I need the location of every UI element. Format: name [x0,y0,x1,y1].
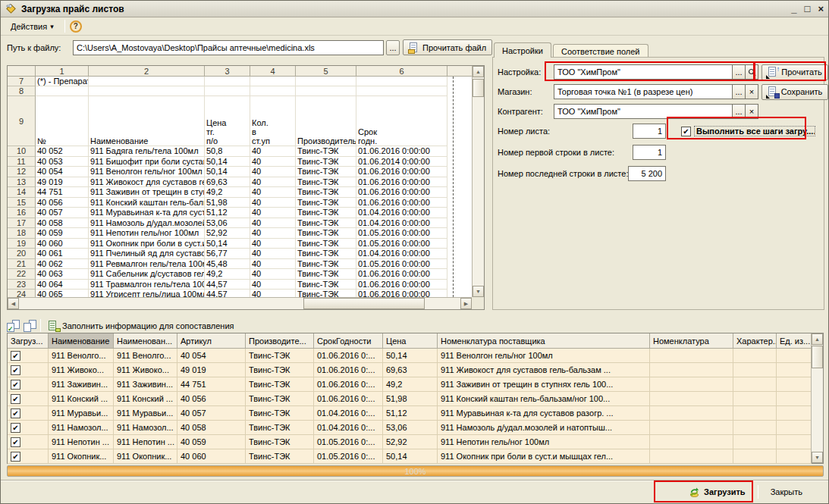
sheet-column-header[interactable]: 5 [296,66,356,77]
mapping-column-header[interactable]: Наименован... [114,333,177,349]
mapping-cell[interactable]: 911 Непотин гель/ног 100мл [438,435,650,449]
mapping-column-header[interactable]: Наименование [49,333,114,349]
sheet-cell[interactable]: 50,14 [205,167,250,177]
sheet-cell[interactable]: 56,77 [205,249,250,259]
sheet-cell[interactable]: № [36,96,89,146]
mapping-cell[interactable]: Твинс-ТЭК [246,435,314,449]
mapping-cell[interactable]: 911 Намозол... [49,421,114,435]
tab-field-mapping[interactable]: Соответствие полей [553,44,648,58]
sheet-cell[interactable] [356,77,447,86]
sheet-column-header[interactable]: 4 [250,66,296,77]
sheet-cell[interactable]: 40 [250,218,296,229]
mapping-cell[interactable]: 40 056 [177,392,246,406]
sheet-cell[interactable] [356,86,447,96]
shop-ellipsis-button[interactable]: ... [733,84,746,99]
sheet-cell[interactable]: 911 Сабельник д/суставов гель [89,269,205,280]
sheet-cell[interactable]: 40 [250,187,296,198]
help-icon[interactable]: ? [70,20,82,33]
run-all-steps-label[interactable]: Выполнить все шаги загру.... [694,126,815,136]
mapping-cell[interactable]: 911 Окопник... [114,449,177,464]
shop-clear-button[interactable]: × [746,84,758,99]
mapping-cell[interactable] [777,349,812,363]
sheet-cell[interactable]: 01.06.2016 0:00:00 [356,198,447,208]
sheet-cell[interactable]: 45,48 [205,259,250,270]
sheet-cell[interactable]: 44 751 [36,187,89,198]
sheet-cell[interactable] [36,86,89,96]
mapping-cell[interactable]: 911 Окопник при боли в суст.и мышцах гел… [438,449,650,464]
mapping-vscroll-thumb[interactable] [812,346,823,368]
sheet-cell[interactable]: Твинс-ТЭК [296,208,356,218]
sheet-cell[interactable]: 40 056 [36,198,89,208]
sheet-cell[interactable]: Твинс-ТЭК [296,167,356,177]
mapping-cell[interactable] [777,435,812,449]
contragent-input[interactable]: ТОО "ХимПром" [554,104,733,119]
mapping-cell[interactable]: Твинс-ТЭК [246,349,314,363]
mapping-cell[interactable]: Твинс-ТЭК [246,406,314,421]
sheet-cell[interactable]: Твинс-ТЭК [296,249,356,259]
run-all-steps-checkbox[interactable]: ✔ [681,127,691,136]
sheet-cell[interactable]: 40 058 [36,218,89,229]
sheet-row-number[interactable]: 13 [8,177,36,188]
check-all-icon[interactable]: ✓ [7,320,20,332]
sheet-row-number[interactable]: 24 [8,290,36,297]
sheet-cell[interactable]: 911 Непотин гель/ног 100мл [89,228,205,239]
mapping-cell[interactable]: 01.04.2016 0:... [314,421,383,435]
mapping-cell[interactable] [733,363,777,377]
sheet-row-number[interactable]: 15 [8,198,36,208]
sheet-cell[interactable]: 51,12 [205,208,250,218]
sheet-row-number[interactable]: 23 [8,280,36,290]
mapping-scroll-up-icon[interactable]: ▲ [812,333,823,345]
sheet-cell[interactable]: 51,98 [205,198,250,208]
load-checkbox[interactable]: ✔ [11,380,20,390]
mapping-column-header[interactable]: Ед. из... [777,333,812,349]
mapping-cell[interactable]: 44 751 [177,377,246,392]
mapping-cell[interactable]: 01.04.2016 0:... [314,406,383,421]
sheet-row-number[interactable]: 8 [8,86,36,96]
sheet-cell[interactable]: 44,57 [205,280,250,290]
sheet-column-header[interactable]: 6 [356,66,447,77]
mapping-cell[interactable]: 911 Конский каштан гель-бальзам/ног 100.… [438,392,650,406]
sheet-cell[interactable]: 50,14 [205,239,250,249]
sheet-cell[interactable]: 40 061 [36,249,89,259]
mapping-cell[interactable]: 911 Конский ... [49,392,114,406]
mapping-cell[interactable] [650,377,733,392]
sheet-cell[interactable]: Производитель [296,96,356,146]
sheet-cell[interactable]: 911 Муравьиная к-та для суставов [89,208,205,218]
mapping-row[interactable]: ✔911 Намозол...911 Намозол...40 058Твинс… [8,421,823,435]
uncheck-all-icon[interactable] [24,320,36,332]
sheet-cell[interactable]: Цена тг. п/о [205,96,250,146]
sheet-cell[interactable]: 40 [250,167,296,177]
mapping-cell[interactable] [650,435,733,449]
sheet-cell[interactable]: 40 052 [36,146,89,157]
mapping-row[interactable]: ✔911 Муравьи...911 Муравьи...40 057Твинс… [8,406,823,421]
mapping-cell[interactable]: 01.05.2016 0:... [314,449,383,464]
mapping-vertical-scrollbar[interactable]: ▲ ▼ [811,333,823,463]
sheet-cell[interactable]: 40 053 [36,157,89,167]
sheet-cell[interactable]: Твинс-ТЭК [296,290,356,297]
load-checkbox[interactable]: ✔ [11,351,20,361]
sheet-cell[interactable]: 40 [250,177,296,188]
mapping-cell[interactable]: 01.06.2016 0:... [314,363,383,377]
mapping-cell[interactable] [733,449,777,464]
sheet-cell[interactable]: 40 [250,198,296,208]
mapping-row[interactable]: ✔911 Непотин ...911 Непотин ...40 059Тви… [8,435,823,449]
sheet-cell[interactable]: Твинс-ТЭК [296,218,356,229]
sheet-cell[interactable]: 911 Конский каштан гель-бальзам [89,198,205,208]
sheet-cell[interactable]: 40 059 [36,228,89,239]
mapping-cell[interactable] [777,392,812,406]
sheet-cell[interactable]: 911 Венолгон гель/ног 100мл [89,167,205,177]
sheet-cell[interactable]: 01.04.2016 0:00:00 [356,208,447,218]
sheet-row-number[interactable]: 22 [8,269,36,280]
mapping-cell[interactable]: 911 Заживин от трещин в ступнях гель 100… [438,377,650,392]
mapping-cell[interactable]: 911 Живоко... [49,363,114,377]
mapping-row[interactable]: ✔911 Заживин...911 Заживин...44 751Твинс… [8,377,823,392]
mapping-cell[interactable] [650,406,733,421]
sheet-cell[interactable]: 01.05.2016 0:00:00 [356,259,447,270]
sheet-cell[interactable]: 40 063 [36,269,89,280]
sheet-cell[interactable]: 40 054 [36,167,89,177]
sheet-cell[interactable]: 01.06.2016 0:00:00 [356,280,447,290]
sheet-cell[interactable]: Твинс-ТЭК [296,157,356,167]
sheet-row-number[interactable]: 17 [8,218,36,229]
sheet-row-number[interactable]: 9 [8,96,36,146]
sheet-cell[interactable]: 01.06.2016 0:00:00 [356,290,447,297]
